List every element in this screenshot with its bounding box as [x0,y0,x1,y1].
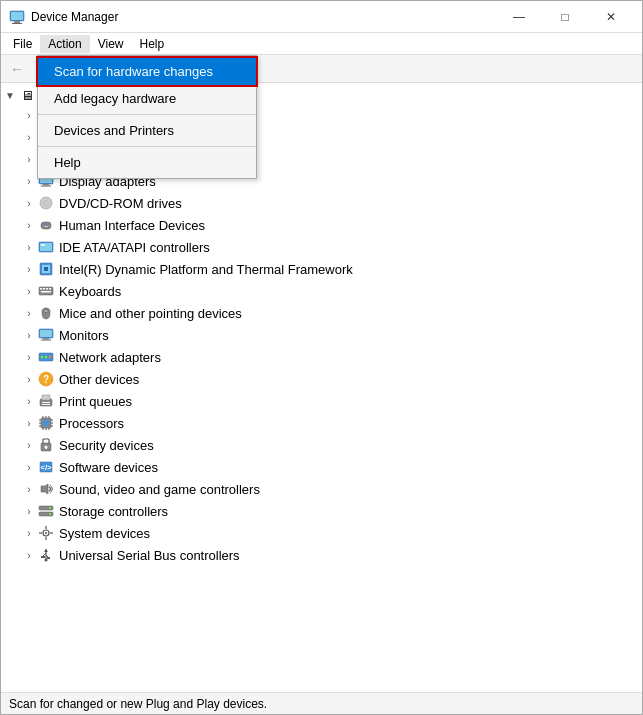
tree-item-storage-controllers[interactable]: › Storage controllers [1,500,642,522]
tree-item-system-devices[interactable]: › System devices [1,522,642,544]
tree-item-keyboards[interactable]: › Keyboards [1,280,642,302]
print-queues-label: Print queues [59,394,132,409]
svg-marker-87 [44,549,48,552]
ide-label: IDE ATA/ATAPI controllers [59,240,210,255]
keyboards-label: Keyboards [59,284,121,299]
tree-item-processors[interactable]: › [1,412,642,434]
software-devices-label: Software devices [59,460,158,475]
status-bar: Scan for changed or new Plug and Play de… [1,692,642,714]
tree-item-software-devices[interactable]: › </> Software devices [1,456,642,478]
svg-rect-43 [43,338,49,340]
svg-rect-56 [43,420,49,426]
chevron-disk: › [21,151,37,167]
chevron-other: › [21,371,37,387]
menu-separator-2 [38,146,256,147]
tree-item-ide-atapi[interactable]: › IDE ATA/ATAPI controllers [1,236,642,258]
tree-item-print-queues[interactable]: › Print queues [1,390,642,412]
action-scan-hardware[interactable]: Scan for hardware changes [38,58,256,85]
tree-item-monitors[interactable]: › Monitors [1,324,642,346]
tree-item-intel-thermal[interactable]: › Intel(R) Dynamic Platform and Thermal … [1,258,642,280]
sound-video-label: Sound, video and game controllers [59,482,260,497]
chevron-mice: › [21,305,37,321]
dvd-icon [37,194,55,212]
chevron-system: › [21,525,37,541]
menu-separator-1 [38,114,256,115]
tree-item-dvd-cdrom[interactable]: › DVD/CD-ROM drives [1,192,642,214]
tree-item-security-devices[interactable]: › Security devices [1,434,642,456]
tree-item-network-adapters[interactable]: › Network adapters [1,346,642,368]
svg-rect-91 [47,557,50,559]
svg-rect-26 [44,226,48,227]
action-devices-printers[interactable]: Devices and Printers [38,117,256,144]
svg-marker-75 [41,484,48,494]
menu-action[interactable]: Action [40,35,89,53]
tree-item-sound-video[interactable]: › Sound, video and game controllers [1,478,642,500]
svg-point-81 [45,532,47,534]
chevron-hid: › [21,217,37,233]
menu-help[interactable]: Help [132,35,173,53]
back-button[interactable]: ← [5,58,29,80]
svg-point-48 [49,356,51,358]
tree-item-usb-controllers[interactable]: › Universal Serial Bus controllers [1,544,642,566]
tree-item-mice[interactable]: › Mice and other pointing devices [1,302,642,324]
chevron-sound: › [21,481,37,497]
menu-file[interactable]: File [5,35,40,53]
tree-item-other-devices[interactable]: › ? Other devices [1,368,642,390]
chevron-network: › [21,349,37,365]
svg-rect-72 [45,447,46,449]
svg-rect-3 [11,12,23,20]
action-dropdown: Scan for hardware changes Add legacy har… [37,55,257,179]
svg-rect-35 [43,288,45,290]
sound-video-icon [37,480,55,498]
svg-point-47 [45,356,47,358]
security-devices-label: Security devices [59,438,154,453]
system-devices-icon [37,524,55,542]
svg-point-22 [45,202,47,204]
ide-icon [37,238,55,256]
svg-rect-34 [40,288,42,290]
device-manager-window: Device Manager — □ ✕ File Action View He… [0,0,643,715]
svg-rect-1 [14,21,20,23]
chevron-usb: › [21,547,37,563]
chevron-dvd: › [21,195,37,211]
hid-icon [37,216,55,234]
svg-rect-19 [41,186,51,187]
other-devices-icon: ? [37,370,55,388]
close-button[interactable]: ✕ [588,1,634,33]
svg-point-24 [43,223,45,225]
title-bar: Device Manager — □ ✕ [1,1,642,33]
usb-controllers-label: Universal Serial Bus controllers [59,548,240,563]
svg-rect-32 [44,267,48,271]
maximize-button[interactable]: □ [542,1,588,33]
devices-printers-label: Devices and Printers [54,123,174,138]
svg-rect-36 [46,288,48,290]
other-devices-label: Other devices [59,372,139,387]
minimize-button[interactable]: — [496,1,542,33]
svg-rect-42 [40,330,52,337]
add-legacy-label: Add legacy hardware [54,91,176,106]
svg-point-46 [41,356,43,358]
action-add-legacy[interactable]: Add legacy hardware [38,85,256,112]
app-icon [9,9,25,25]
svg-rect-18 [43,184,49,186]
menu-view[interactable]: View [90,35,132,53]
chevron-security: › [21,437,37,453]
monitors-label: Monitors [59,328,109,343]
svg-point-40 [45,310,47,312]
network-adapters-label: Network adapters [59,350,161,365]
storage-controllers-label: Storage controllers [59,504,168,519]
svg-rect-23 [41,222,51,229]
status-text: Scan for changed or new Plug and Play de… [9,697,267,711]
svg-point-25 [47,223,49,225]
action-help[interactable]: Help [38,149,256,176]
usb-controllers-icon [37,546,55,564]
tree-item-human-interface[interactable]: › Human Interface Devices [1,214,642,236]
intel-label: Intel(R) Dynamic Platform and Thermal Fr… [59,262,353,277]
svg-rect-90 [41,556,45,558]
chevron-cameras: › [21,107,37,123]
chevron-computer: › [21,129,37,145]
chevron-display: › [21,173,37,189]
window-title: Device Manager [31,10,496,24]
print-queues-icon [37,392,55,410]
chevron-storage: › [21,503,37,519]
